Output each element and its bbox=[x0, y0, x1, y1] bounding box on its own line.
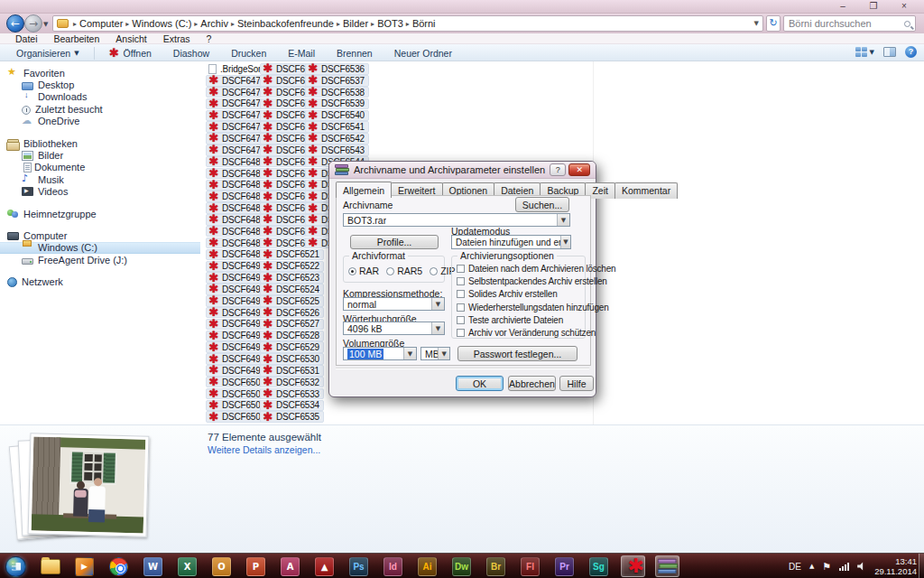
taskbar-excel[interactable]: X bbox=[175, 555, 199, 577]
network-icon[interactable] bbox=[839, 562, 849, 571]
address-bar[interactable]: ▸Computer▸Windows (C:)▸Archiv▸Steinbacko… bbox=[52, 15, 763, 32]
taskbar-dreamweaver[interactable]: Dw bbox=[449, 555, 474, 577]
taskbar-premiere[interactable]: Pr bbox=[552, 555, 577, 577]
action-center-flag-icon[interactable]: ⚑ bbox=[822, 561, 831, 573]
menu-bearbeiten[interactable]: Bearbeiten bbox=[46, 33, 108, 43]
breadcrumb-segment[interactable]: Steinbackofenfreunde bbox=[237, 18, 334, 29]
sidebar-item-heimnetzgruppe[interactable]: Heimnetzgruppe bbox=[0, 208, 200, 219]
chevron-down-icon[interactable]: ▼ bbox=[438, 348, 449, 359]
taskbar-flash[interactable]: Fl bbox=[518, 555, 542, 577]
tab-allgemein[interactable]: Allgemein bbox=[336, 182, 392, 198]
refresh-button[interactable]: ↻ bbox=[766, 15, 781, 32]
taskbar-acrobat[interactable]: ▲ bbox=[312, 555, 337, 577]
taskbar-illustrator[interactable]: Ai bbox=[415, 555, 439, 577]
clock[interactable]: 13:41 29.11.2014 bbox=[874, 556, 917, 576]
forward-button[interactable]: → bbox=[24, 14, 42, 33]
taskbar-winrar[interactable] bbox=[655, 555, 679, 577]
checkbox-wiederherstellungsdaten[interactable]: Wiederherstellungsdaten hinzufügen bbox=[457, 303, 615, 312]
help-icon[interactable]: ? bbox=[905, 46, 917, 58]
sidebar-item-netzwerk[interactable]: Netzwerk bbox=[0, 275, 200, 287]
breadcrumb-segment[interactable]: Windows (C:) bbox=[132, 18, 191, 29]
chevron-down-icon[interactable]: ▼ bbox=[431, 298, 444, 310]
toolbar-diashow[interactable]: Diashow bbox=[162, 48, 220, 59]
sidebar-item-bibliotheken[interactable]: Bibliotheken bbox=[0, 137, 200, 149]
checkbox-dateien[interactable]: Dateien nach dem Archivieren löschen bbox=[457, 264, 615, 274]
passwort-button[interactable]: Passwort festlegen... bbox=[457, 346, 578, 361]
radio-rar5[interactable]: RAR5 bbox=[386, 266, 422, 276]
checkbox-solides[interactable]: Solides Archiv erstellen bbox=[457, 289, 615, 299]
close-button[interactable]: × bbox=[895, 1, 913, 12]
taskbar-media-player[interactable]: ▶ bbox=[72, 555, 97, 577]
radio-rar[interactable]: RAR bbox=[348, 266, 379, 276]
file-item[interactable]: ✱DSCF6535 bbox=[260, 411, 324, 423]
more-details-link[interactable]: Weitere Details anzeigen... bbox=[208, 444, 320, 455]
taskbar-access[interactable]: A bbox=[278, 555, 302, 577]
breadcrumb-segment[interactable]: BOT3 bbox=[377, 18, 403, 29]
taskbar-bridge[interactable]: Br bbox=[484, 555, 508, 577]
sidebar-item-bilder[interactable]: Bilder bbox=[0, 149, 200, 161]
hilfe-button[interactable]: Hilfe bbox=[559, 376, 594, 391]
chevron-down-icon[interactable]: ▼ bbox=[557, 214, 569, 226]
sidebar-item-downloads[interactable]: Downloads bbox=[0, 91, 200, 103]
restore-button[interactable]: ❐ bbox=[864, 1, 882, 12]
abbrechen-button[interactable]: Abbrechen bbox=[508, 376, 556, 391]
sidebar-item-onedrive[interactable]: ☁OneDrive bbox=[0, 116, 200, 127]
sidebar-item-videos[interactable]: Videos bbox=[0, 186, 200, 198]
taskbar-photoshop[interactable]: Ps bbox=[346, 555, 371, 577]
taskbar-powerpoint[interactable]: P bbox=[244, 555, 268, 577]
ok-button[interactable]: OK bbox=[456, 376, 504, 391]
volumen-unit-combobox[interactable]: MB ▼ bbox=[420, 347, 450, 360]
volume-icon[interactable] bbox=[857, 562, 866, 571]
address-dropdown-icon[interactable]: ▼ bbox=[754, 20, 759, 27]
profile-button[interactable]: Profile... bbox=[350, 235, 439, 249]
history-dropdown-icon[interactable]: ▼ bbox=[43, 21, 48, 28]
volumen-combobox[interactable]: 100 MB ▼ bbox=[343, 347, 417, 360]
dialog-titlebar[interactable]: Archivname und Archivparameter einstelle… bbox=[329, 162, 596, 179]
back-button[interactable]: ← bbox=[6, 14, 24, 33]
minimize-button[interactable]: – bbox=[834, 1, 852, 12]
suchen-button[interactable]: Suchen... bbox=[515, 197, 569, 212]
taskbar-indesign[interactable]: Id bbox=[381, 555, 405, 577]
sidebar-item-favoriten[interactable]: ★Favoriten bbox=[0, 67, 200, 79]
dialog-help-button[interactable]: ? bbox=[550, 163, 566, 176]
breadcrumb-segment[interactable]: Börni bbox=[412, 18, 436, 29]
archivname-combobox[interactable]: BOT3.rar ▼ bbox=[343, 213, 570, 227]
taskbar-start-button[interactable] bbox=[4, 555, 28, 577]
toolbar--ffnen[interactable]: ✱Öffnen bbox=[98, 48, 162, 59]
search-icon[interactable] bbox=[904, 21, 910, 27]
preview-pane-button[interactable] bbox=[883, 47, 896, 57]
breadcrumb-segment[interactable]: Archiv bbox=[200, 18, 228, 29]
taskbar-word[interactable]: W bbox=[141, 555, 165, 577]
sidebar-item-musik[interactable]: ♪Musik bbox=[0, 173, 200, 185]
chevron-down-icon[interactable]: ▼ bbox=[431, 322, 444, 334]
sidebar-item-freeagentdrive(j:)[interactable]: FreeAgent Drive (J:) bbox=[0, 254, 200, 266]
dialog-close-button[interactable]: ✕ bbox=[568, 163, 590, 176]
search-input[interactable]: Börni durchsuchen bbox=[783, 15, 916, 32]
breadcrumb-segment[interactable]: Computer bbox=[79, 18, 123, 29]
toolbar-drucken[interactable]: Drucken bbox=[220, 48, 277, 59]
kompression-combobox[interactable]: normal ▼ bbox=[343, 297, 445, 311]
tab-kommentar[interactable]: Kommentar bbox=[614, 182, 678, 199]
sidebar-item-dokumente[interactable]: Dokumente bbox=[0, 162, 200, 173]
menu-extras[interactable]: Extras bbox=[155, 33, 199, 43]
sidebar-item-desktop[interactable]: Desktop bbox=[0, 79, 200, 90]
chevron-down-icon[interactable]: ▼ bbox=[560, 236, 570, 248]
checkbox-selbstentpackendes[interactable]: Selbstentpackendes Archiv erstellen bbox=[457, 276, 615, 286]
show-desktop-button[interactable] bbox=[919, 554, 924, 578]
toolbar-brennen[interactable]: Brennen bbox=[326, 48, 383, 59]
woerterbuch-combobox[interactable]: 4096 kB ▼ bbox=[343, 322, 445, 335]
toolbar-organisieren[interactable]: Organisieren▼ bbox=[5, 48, 90, 59]
taskbar-chrome[interactable] bbox=[106, 555, 131, 577]
language-indicator[interactable]: DE bbox=[789, 562, 801, 572]
updatemodus-combobox[interactable]: Dateien hinzufügen und ersetzen ▼ bbox=[451, 235, 571, 249]
sidebar-item-windows(c:)[interactable]: Windows (C:) bbox=[0, 242, 200, 254]
taskbar-photo-viewer[interactable]: ✱ bbox=[621, 555, 645, 577]
checkbox-teste[interactable]: Teste archivierte Dateien bbox=[457, 315, 615, 325]
views-button[interactable]: ▼ bbox=[855, 47, 874, 57]
toolbar-neuer-ordner[interactable]: Neuer Ordner bbox=[383, 48, 463, 59]
menu-ansicht[interactable]: Ansicht bbox=[107, 33, 154, 43]
taskbar-speedgrade[interactable]: Sg bbox=[587, 555, 611, 577]
taskbar-outlook[interactable]: O bbox=[209, 555, 234, 577]
sidebar-item-zuletztbesucht[interactable]: Zuletzt besucht bbox=[0, 103, 200, 115]
taskbar-windows-explorer[interactable] bbox=[38, 555, 62, 577]
